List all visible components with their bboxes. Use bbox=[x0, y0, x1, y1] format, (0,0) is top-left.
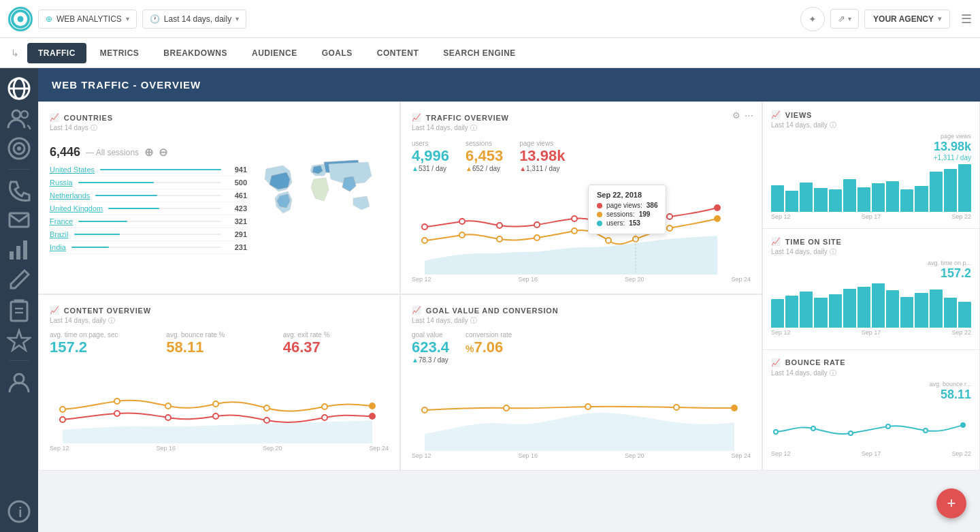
main-layout: i WEB TRAFFIC - OVERVIEW 📈 COUNTRIES Las… bbox=[0, 68, 980, 532]
svg-text:i: i bbox=[18, 505, 22, 520]
tab-traffic[interactable]: TRAFFIC bbox=[27, 43, 86, 63]
bar bbox=[814, 188, 827, 212]
svg-point-28 bbox=[715, 205, 720, 210]
traffic-tooltip: Sep 22, 2018 page views: 386 sessions: 1… bbox=[588, 185, 667, 234]
sidebar-icon-email[interactable] bbox=[7, 208, 31, 232]
country-row: Brazil 291 bbox=[50, 228, 247, 241]
tab-content[interactable]: CONTENT bbox=[366, 43, 430, 63]
bounce-dates: Sep 12 Sep 17 Sep 22 bbox=[771, 450, 971, 457]
gear-icon[interactable]: ⚙ bbox=[732, 110, 740, 121]
metric-users: users 4,996 ▲531 / day bbox=[412, 140, 449, 172]
countries-sub[interactable]: ⊖ bbox=[159, 146, 167, 159]
sidebar-icon-user[interactable] bbox=[7, 369, 31, 394]
svg-point-48 bbox=[213, 401, 218, 407]
hamburger-menu[interactable]: ☰ bbox=[961, 12, 972, 27]
svg-point-20 bbox=[422, 224, 427, 230]
svg-point-44 bbox=[961, 423, 965, 427]
svg-point-56 bbox=[264, 418, 270, 423]
svg-point-52 bbox=[60, 417, 65, 422]
sidebar-icon-users[interactable] bbox=[7, 106, 31, 131]
tab-search-engine[interactable]: SEARCH ENGINE bbox=[432, 43, 527, 63]
daterange-arrow: ▾ bbox=[235, 15, 239, 22]
agency-arrow: ▾ bbox=[938, 15, 941, 22]
svg-point-63 bbox=[732, 405, 737, 411]
svg-point-32 bbox=[534, 235, 540, 240]
conversion-value: %7.06 bbox=[466, 339, 512, 356]
daterange-selector[interactable]: 🕐 Last 14 days, daily ▾ bbox=[142, 10, 246, 29]
sessions-change: ▲652 / day bbox=[466, 165, 503, 172]
tooltip-pageviews: page views: 386 bbox=[597, 202, 658, 209]
globe-icon: ⊕ bbox=[46, 14, 52, 24]
sidebar-icon-target[interactable] bbox=[7, 136, 31, 161]
svg-point-33 bbox=[572, 228, 577, 234]
countries-card: 📈 COUNTRIES Last 14 days ⓘ 6,446 — All s… bbox=[38, 101, 400, 294]
goal-conversion-card: 📈 GOAL VALUE AND CONVERSION Last 14 days… bbox=[400, 294, 762, 471]
svg-point-37 bbox=[715, 216, 720, 221]
expand-icon[interactable]: ⋯ bbox=[745, 110, 753, 121]
svg-rect-10 bbox=[10, 213, 29, 227]
agency-selector[interactable]: YOUR AGENCY ▾ bbox=[864, 10, 950, 29]
bar bbox=[814, 298, 827, 328]
countries-subtitle: Last 14 days ⓘ bbox=[50, 123, 389, 133]
bounce-subtitle: Last 14 days, daily ⓘ bbox=[771, 369, 971, 378]
sidebar-icon-star[interactable] bbox=[7, 328, 31, 352]
bounce-rate-card: 📈 BOUNCE RATE Last 14 days, daily ⓘ avg.… bbox=[762, 350, 980, 471]
svg-point-46 bbox=[114, 398, 120, 404]
tooltip-sessions: sessions: 199 bbox=[597, 210, 658, 218]
countries-add[interactable]: ⊕ bbox=[144, 146, 153, 159]
tab-audience[interactable]: AUDIENCE bbox=[241, 43, 308, 63]
svg-point-34 bbox=[606, 238, 611, 243]
bar bbox=[915, 293, 928, 328]
sidebar-icon-clipboard[interactable] bbox=[7, 298, 31, 322]
bar bbox=[785, 191, 798, 212]
tab-metrics[interactable]: METRICS bbox=[89, 43, 150, 63]
logo[interactable] bbox=[8, 7, 33, 31]
sidebar-icon-globe[interactable] bbox=[7, 76, 31, 101]
trend-icon-time: 📈 bbox=[771, 237, 781, 246]
country-row: Russia 500 bbox=[50, 176, 247, 189]
svg-point-42 bbox=[886, 424, 890, 428]
tab-breakdowns[interactable]: BREAKDOWNS bbox=[152, 43, 238, 63]
time-bars bbox=[771, 283, 971, 328]
magic-button[interactable]: ✦ bbox=[800, 7, 825, 31]
svg-point-22 bbox=[497, 223, 502, 228]
page-title: WEB TRAFFIC - OVERVIEW bbox=[52, 79, 201, 91]
bar bbox=[958, 164, 971, 212]
metric-pageviews: page views 13.98k ▲1,311 / day bbox=[519, 140, 565, 172]
sidebar-icon-phone[interactable] bbox=[7, 178, 31, 202]
metric-sessions: sessions 6,453 ▲652 / day bbox=[466, 140, 503, 172]
bar bbox=[944, 298, 957, 328]
goal-metrics: goal value 623.4 ▲78.3 / day conversion … bbox=[412, 331, 751, 364]
sidebar-icon-pencil[interactable] bbox=[7, 268, 31, 292]
time-on-site-card: 📈 TIME ON SITE Last 14 days, daily ⓘ avg… bbox=[762, 229, 980, 350]
datasource-label: WEB ANALYTICS bbox=[56, 14, 122, 24]
content-title: 📈 CONTENT OVERVIEW bbox=[50, 306, 389, 315]
agency-label: YOUR AGENCY bbox=[873, 14, 934, 24]
traffic-subtitle: Last 14 days, daily ⓘ bbox=[412, 123, 751, 133]
trend-icon-views: 📈 bbox=[771, 110, 781, 119]
content-dates: Sep 12 Sep 16 Sep 20 Sep 24 bbox=[50, 445, 389, 452]
share-button[interactable]: ⇗ ▾ bbox=[830, 9, 859, 29]
bar bbox=[800, 183, 813, 212]
views-bars bbox=[771, 164, 971, 212]
views-subtitle: Last 14 days, daily ⓘ bbox=[771, 121, 971, 130]
svg-rect-11 bbox=[10, 251, 14, 260]
sidebar-icon-info[interactable]: i bbox=[7, 499, 31, 524]
bar bbox=[829, 294, 842, 328]
svg-point-29 bbox=[422, 238, 427, 243]
users-change: ▲531 / day bbox=[412, 165, 449, 172]
traffic-dates: Sep 12 Sep 16 Sep 20 Sep 24 bbox=[412, 276, 751, 283]
traffic-overview-title: 📈 TRAFFIC OVERVIEW bbox=[412, 113, 751, 122]
goal-dates: Sep 12 Sep 16 Sep 20 Sep 24 bbox=[412, 452, 751, 459]
datasource-selector[interactable]: ⊕ WEB ANALYTICS ▾ bbox=[38, 10, 137, 29]
bar bbox=[886, 290, 899, 328]
svg-point-40 bbox=[811, 426, 815, 431]
tooltip-users: users: 153 bbox=[597, 219, 658, 227]
daterange-label: Last 14 days, daily bbox=[164, 14, 231, 24]
sidebar-icon-chart[interactable] bbox=[7, 238, 31, 262]
tab-goals[interactable]: GOALS bbox=[311, 43, 363, 63]
goal-value-metric: goal value 623.4 ▲78.3 / day bbox=[412, 331, 449, 364]
traffic-card-icons: ⚙ ⋯ bbox=[732, 110, 753, 121]
add-button[interactable]: + bbox=[936, 488, 966, 518]
content-metrics: avg. time on page, sec 157.2 avg. bounce… bbox=[50, 331, 389, 356]
